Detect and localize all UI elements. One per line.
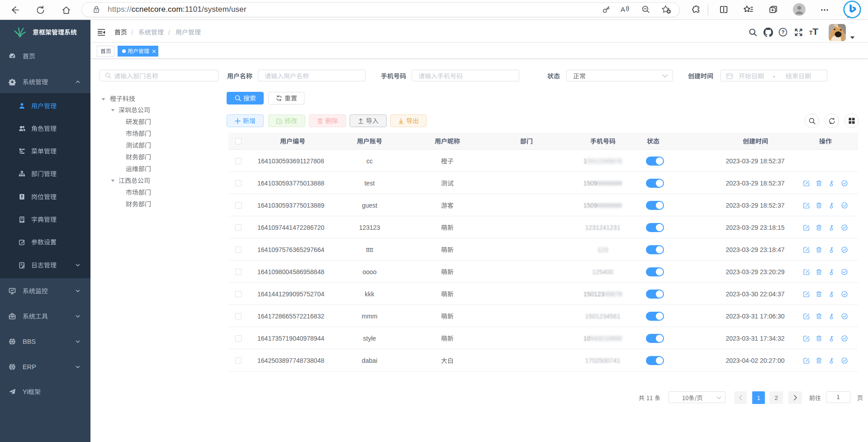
svg-text:?: ? bbox=[781, 29, 784, 35]
